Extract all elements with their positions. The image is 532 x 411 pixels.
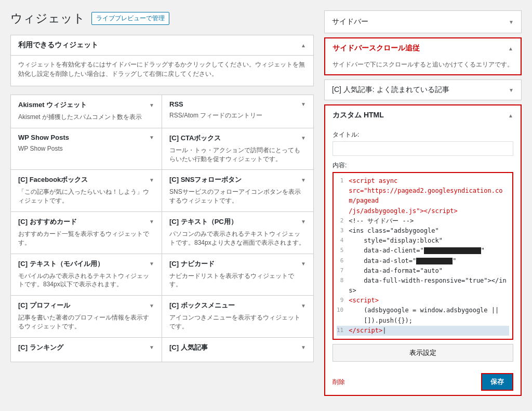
custom-html-accordion: カスタム HTML ▲ タイトル: 内容: 1 <script async — [324, 104, 522, 396]
popular-chevron-down-icon: ▼ — [509, 87, 514, 93]
chevron-down-icon: ▼ — [301, 101, 306, 107]
widget-grid: Akismet ウィジェット ▼ Akismet が捕獲したスパムコメント数を表… — [10, 95, 314, 362]
available-widgets-title: 利用できるウィジェット — [18, 41, 98, 50]
code-line-1b: src="https://pagead2.googlesyndication.c… — [337, 186, 509, 206]
popular-widget-header[interactable]: [C] 人気記事: よく読まれている記事 ▼ — [325, 80, 521, 100]
title-field-label: タイトル: — [332, 130, 513, 139]
widget-name: [C] ランキング — [18, 343, 63, 352]
widget-name: WP Show Posts — [18, 134, 69, 141]
chevron-down-icon: ▼ — [301, 303, 306, 309]
widget-item-navicard[interactable]: [C] ナビカード ▼ ナビカードリストを表示するウィジェットです。 — [162, 254, 313, 296]
display-settings-button[interactable]: 表示設定 — [332, 344, 513, 362]
widget-name: [C] CTAボックス — [169, 134, 221, 143]
widget-desc: 「この記事が気に入ったらいいね！しよう」ウィジェットです。 — [18, 188, 154, 205]
widget-item-cta[interactable]: [C] CTAボックス ▼ コール・トゥ・アクションで訪問者にとってもらいたい行… — [162, 128, 313, 170]
code-line-3: 3 <ins class="adsbygoogle" — [337, 226, 509, 236]
widget-name: [C] ナビカード — [169, 259, 215, 269]
widget-item-osusume[interactable]: [C] おすすめカード ▼ おすすめカード一覧を表示するウィジェットです。 — [11, 212, 162, 254]
chevron-down-icon: ▼ — [149, 219, 154, 224]
chevron-down-icon: ▼ — [149, 303, 154, 309]
widget-item-facebook[interactable]: [C] Facebookボックス ▼ 「この記事が気に入ったらいいね！しよう」ウ… — [11, 170, 162, 212]
widget-item-text-mobile[interactable]: [C] テキスト（モバイル用） ▼ モバイルのみで表示されるテキストウィジェット… — [11, 254, 162, 296]
live-preview-button[interactable]: ライブプレビューで管理 — [91, 12, 169, 25]
widget-item-akismet[interactable]: Akismet ウィジェット ▼ Akismet が捕獲したスパムコメント数を表… — [11, 95, 162, 128]
chevron-down-icon: ▼ — [301, 135, 306, 141]
widget-item-boxmenu[interactable]: [C] ボックスメニュー ▼ アイコンつきメニューを表示するウィジェットです。 — [162, 296, 313, 338]
code-line-4: 4 style="display:block" — [337, 236, 509, 246]
chevron-down-icon: ▼ — [149, 135, 154, 140]
code-line-11: 11 </script>| — [337, 326, 509, 336]
available-widgets-desc: ウィジェットを有効化するにはサイドバーにドラッグするかクリックしてください。ウィ… — [10, 55, 314, 86]
chevron-down-icon: ▼ — [149, 344, 154, 350]
custom-html-body: タイトル: 内容: 1 <script async src="https://p… — [325, 125, 521, 369]
scroll-widget-accordion: サイドバースクロール追従 ▲ サイドバーで下にスクロールすると追いかけてくるエリ… — [324, 37, 522, 75]
widget-name: [C] プロフィール — [18, 301, 70, 310]
page-title: ウィジェット — [10, 10, 85, 26]
widget-name: [C] 人気記事 — [169, 343, 208, 352]
chevron-down-icon: ▼ — [301, 261, 306, 267]
chevron-down-icon: ▼ — [149, 177, 154, 183]
widget-footer: 削除 保存 — [325, 369, 521, 395]
code-line-7: 7 data-ad-format="auto" — [337, 266, 509, 276]
widget-name: [C] テキスト（モバイル用） — [18, 259, 104, 269]
page-header: ウィジェット ライブプレビューで管理 — [10, 10, 314, 26]
code-line-10: 10 (adsbygoogle = window.adsbygoogle || — [337, 306, 509, 315]
custom-html-header[interactable]: カスタム HTML ▲ — [325, 105, 521, 125]
widget-item-rss[interactable]: RSS ▼ RSS/Atom フィードのエントリー — [162, 95, 313, 128]
content-field-label: 内容: — [332, 161, 513, 170]
widget-desc: 記事を書いた著者のプロフィール情報を表示するウィジェットです。 — [18, 313, 154, 331]
widget-item-popular[interactable]: [C] 人気記事 ▼ — [162, 338, 313, 362]
code-line-8: 8 data-full-width-responsive="true"></in… — [337, 276, 509, 296]
widget-name: [C] ボックスメニュー — [169, 301, 235, 310]
widget-name: [C] SNSフォローボタン — [169, 175, 242, 184]
code-line-9: 9 <script> — [337, 296, 509, 306]
widget-desc: アイコンつきメニューを表示するウィジェットです。 — [169, 313, 306, 331]
section-collapse-icon[interactable]: ▲ — [301, 43, 306, 48]
scroll-widget-desc: サイドバーで下にスクロールすると追いかけてくるエリアです。 — [325, 58, 521, 74]
widget-desc: おすすめカード一覧を表示するウィジェットです。 — [18, 230, 154, 247]
widget-desc: パソコンのみで表示されるテキストウィジェットです。834pxより大きな画面で表示… — [169, 230, 306, 247]
widget-item-sns[interactable]: [C] SNSフォローボタン ▼ SNSサービスのフォローアイコンボタンを表示す… — [162, 170, 313, 212]
sidebar-label: サイドバー — [332, 17, 368, 26]
title-input[interactable] — [332, 141, 513, 156]
sidebar-selector[interactable]: サイドバー ▼ — [324, 10, 522, 33]
code-line-6: 6 data-ad-slot=" " — [337, 256, 509, 266]
right-panel: サイドバー ▼ サイドバースクロール追従 ▲ サイドバーで下にスクロールすると追… — [324, 10, 522, 400]
widget-item-text-pc[interactable]: [C] テキスト（PC用） ▼ パソコンのみで表示されるテキストウィジェットです… — [162, 212, 313, 254]
widget-item-ranking[interactable]: [C] ランキング ▼ — [11, 338, 162, 362]
widget-name: [C] テキスト（PC用） — [169, 217, 237, 227]
chevron-down-icon: ▼ — [301, 219, 306, 224]
chevron-down-icon: ▼ — [149, 261, 154, 267]
widget-name: [C] Facebookボックス — [18, 175, 88, 184]
content-code-area[interactable]: 1 <script async src="https://pagead2.goo… — [332, 172, 513, 340]
chevron-down-icon: ▼ — [149, 102, 154, 108]
available-widgets-header: 利用できるウィジェット ▲ — [10, 35, 314, 55]
popular-widget-accordion: [C] 人気記事: よく読まれている記事 ▼ — [324, 79, 522, 100]
widget-name: RSS — [169, 100, 183, 108]
scroll-widget-title: サイドバースクロール追従 — [332, 44, 420, 53]
widget-item-wp-show-posts[interactable]: WP Show Posts ▼ WP Show Posts — [11, 128, 162, 170]
widget-desc: WP Show Posts — [18, 144, 154, 153]
scroll-chevron-up-icon: ▲ — [508, 46, 513, 51]
delete-link[interactable]: 削除 — [332, 378, 345, 387]
code-line-10b: []).push({}); — [337, 316, 509, 326]
widget-item-profile[interactable]: [C] プロフィール ▼ 記事を書いた著者のプロフィール情報を表示するウィジェッ… — [11, 296, 162, 338]
chevron-down-icon: ▼ — [301, 177, 306, 183]
custom-html-title: カスタム HTML — [332, 111, 384, 120]
widget-desc: Akismet が捕獲したスパムコメント数を表示 — [18, 113, 154, 122]
widget-desc: モバイルのみで表示されるテキストウィジェットです。834px以下で表示されます。 — [18, 272, 154, 289]
widget-name: Akismet ウィジェット — [18, 100, 87, 110]
widget-desc: RSS/Atom フィードのエントリー — [169, 111, 306, 120]
sidebar-chevron-icon: ▼ — [509, 19, 514, 25]
scroll-widget-header[interactable]: サイドバースクロール追従 ▲ — [325, 38, 521, 58]
widget-name: [C] おすすめカード — [18, 217, 77, 227]
popular-widget-title: [C] 人気記事: よく読まれている記事 — [332, 85, 449, 95]
code-line-1: 1 <script async — [337, 176, 509, 186]
code-line-5: 5 data-ad-client=" " — [337, 246, 509, 256]
save-button[interactable]: 保存 — [481, 373, 513, 391]
code-line-2: 2 <!-- サイドバー --> — [337, 216, 509, 226]
code-line-1c: /js/adsbygoogle.js"></script> — [337, 206, 509, 216]
chevron-down-icon: ▼ — [301, 344, 306, 350]
widget-desc: コール・トゥ・アクションで訪問者にとってもらいたい行動を促すウィジェットです。 — [169, 146, 306, 164]
widget-desc: ナビカードリストを表示するウィジェットです。 — [169, 272, 306, 289]
